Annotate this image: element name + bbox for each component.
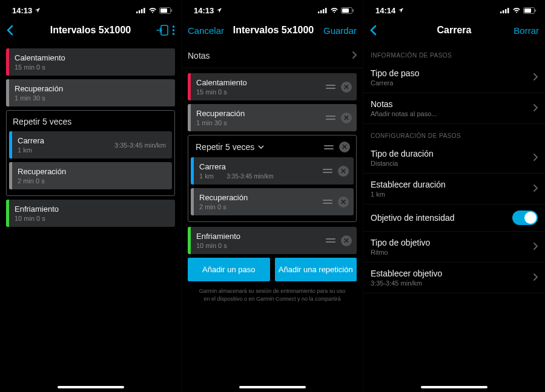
svg-rect-11 [318,11,320,13]
repeat-label: Repetir 5 veces [196,142,254,152]
step-recovery[interactable]: Recuperación 2 min 0 s ✕ [191,188,354,215]
battery-icon [159,7,173,14]
home-indicator[interactable] [421,386,487,388]
svg-rect-24 [535,9,537,11]
page-title: Intervalos 5x1000 [40,25,141,36]
svg-rect-0 [136,11,138,13]
save-button[interactable]: Guardar [323,25,357,36]
location-icon [216,7,222,13]
svg-rect-13 [323,9,325,13]
svg-rect-6 [171,9,173,11]
add-step-button[interactable]: Añadir un paso [188,258,270,281]
step-sub: 2 min 0 s [18,177,166,185]
step-run[interactable]: Carrera 1 km 3:35-3:45 min/km ✕ [191,157,354,185]
section-header-info: INFORMACIÓN DE PASOS [363,44,545,62]
svg-rect-19 [503,10,504,13]
wifi-icon [512,7,521,13]
step-cooldown[interactable]: Enfriamiento 10 min 0 s [6,200,175,227]
row-title: Establecer duración [371,180,533,189]
send-to-device-icon[interactable] [156,25,168,36]
disclaimer-text: Garmin almacenará su sesión de entrenami… [188,281,357,309]
svg-rect-16 [342,8,349,13]
row-notes[interactable]: Notas Añadir notas al paso... [363,93,545,124]
step-run[interactable]: Carrera 1 km 3:35-3:45 min/km [9,131,172,158]
svg-rect-12 [320,10,322,13]
row-title: Objetivo de intensidad [371,213,512,223]
step-label: Recuperación [15,84,169,93]
row-sub: Ritmo [371,249,533,256]
row-intensity-target[interactable]: Objetivo de intensidad [363,204,545,232]
back-button[interactable] [369,25,403,36]
row-duration-type[interactable]: Tipo de duración Distancia [363,143,545,174]
drag-handle-icon[interactable] [322,169,333,173]
section-header-config: CONFIGURACIÓN DE PASOS [363,124,545,143]
svg-point-10 [173,33,175,35]
step-recovery[interactable]: Recuperación 1 min 30 s [6,79,175,106]
step-recovery[interactable]: Recuperación 2 min 0 s [9,162,172,189]
drag-handle-icon[interactable] [325,238,336,243]
chevron-right-icon [533,241,538,252]
home-indicator[interactable] [58,386,124,388]
step-sub: 2 min 0 s [199,203,317,211]
row-title: Tipo de paso [371,68,533,78]
status-time: 14:13 [194,6,214,15]
more-icon[interactable] [172,25,175,36]
step-warmup[interactable]: Calentamiento 15 min 0 s [6,48,175,76]
status-bar: 14:13 [182,0,363,17]
step-label: Recuperación [18,167,166,176]
drag-handle-icon[interactable] [325,85,336,89]
step-sub: 1 km [199,172,214,180]
svg-rect-21 [507,8,509,13]
status-bar: 14:14 [363,0,545,17]
home-indicator[interactable] [239,386,306,388]
step-sub: 1 min 30 s [15,94,169,102]
delete-step-button[interactable]: ✕ [338,166,349,177]
screen-step-settings: 14:14 Carrera Borrar INFORMACIÓN DE PASO… [363,0,545,392]
caret-down-icon[interactable] [258,145,264,149]
step-recovery[interactable]: Recuperación 1 min 30 s ✕ [188,104,357,131]
back-button[interactable] [6,25,40,36]
delete-repeat-button[interactable]: ✕ [339,142,350,152]
delete-step-button[interactable]: ✕ [341,82,352,93]
step-label: Calentamiento [15,53,169,62]
battery-icon [341,7,354,14]
svg-rect-1 [139,10,140,13]
step-pace: 3:35-3:45 min/km [108,142,166,149]
nav-bar: Carrera Borrar [363,17,545,44]
delete-step-button[interactable]: ✕ [341,235,352,246]
row-title: Tipo de duración [371,149,533,158]
step-cooldown[interactable]: Enfriamiento 10 min 0 s ✕ [188,227,357,254]
screen-workout-editor: 14:13 Cancelar Intervalos 5x1000 Guardar… [182,0,363,392]
svg-rect-3 [144,8,145,13]
add-repeat-button[interactable]: Añadir una repetición [275,258,357,281]
repeat-block[interactable]: Repetir 5 veces Carrera 1 km 3:35-3:45 m… [6,110,175,196]
step-sub: 10 min 0 s [196,242,320,249]
cancel-button[interactable]: Cancelar [188,25,224,36]
row-step-type[interactable]: Tipo de paso Carrera [363,62,545,93]
intensity-toggle[interactable] [512,211,538,225]
repeat-label: Repetir 5 veces [9,114,172,131]
row-title: Tipo de objetivo [371,238,533,247]
repeat-block[interactable]: Repetir 5 veces ✕ Carrera 1 km 3:35-3:45… [188,135,357,222]
step-warmup[interactable]: Calentamiento 15 min 0 s ✕ [188,73,357,100]
delete-step-button[interactable]: ✕ [341,113,352,123]
row-set-duration[interactable]: Establecer duración 1 km [363,174,545,204]
step-label: Carrera [18,136,108,145]
drag-handle-icon[interactable] [323,145,334,149]
row-target-type[interactable]: Tipo de objetivo Ritmo [363,232,545,263]
row-sub: Carrera [371,79,533,87]
step-label: Enfriamiento [15,204,169,214]
row-title: Notas [371,99,533,109]
step-label: Enfriamiento [196,232,320,241]
delete-step-button[interactable]: ✕ [338,197,349,207]
battery-icon [523,7,537,14]
chevron-right-icon [352,51,357,60]
drag-handle-icon[interactable] [325,116,336,120]
row-sub: Distancia [371,160,533,167]
chevron-right-icon [533,103,538,114]
drag-handle-icon[interactable] [322,200,333,204]
row-set-target[interactable]: Establecer objetivo 3:35-3:45 min/km [363,263,545,293]
delete-button[interactable]: Borrar [505,25,539,36]
notes-row[interactable]: Notas [182,44,363,68]
status-time: 14:13 [12,6,32,15]
